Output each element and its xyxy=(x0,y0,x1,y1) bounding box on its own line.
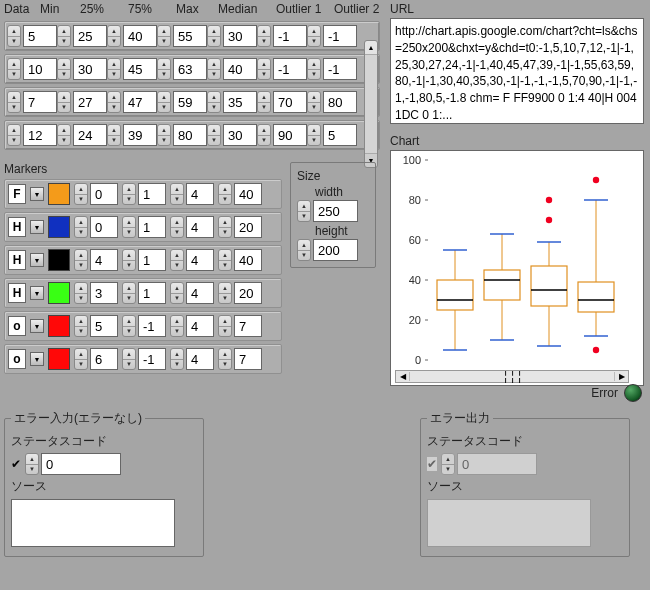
scroll-thumb[interactable]: ╎╎╎ xyxy=(410,370,614,384)
marker-dropdown-icon[interactable]: ▼ xyxy=(30,187,44,201)
height-spinner[interactable]: ▲▼ xyxy=(297,239,311,261)
spinner-buttons[interactable]: ▲▼ xyxy=(307,124,321,146)
err-in-src-textarea[interactable] xyxy=(11,499,175,547)
number-input[interactable]: -1 xyxy=(273,25,307,47)
number-input[interactable]: 30 xyxy=(223,124,257,146)
spinner-buttons[interactable]: ▲▼ xyxy=(170,282,184,304)
number-input[interactable]: 4 xyxy=(186,216,214,238)
data-scrollbar[interactable]: ▲ ▼ xyxy=(364,40,378,168)
number-input[interactable]: 27 xyxy=(73,91,107,113)
number-input[interactable]: 59 xyxy=(173,91,207,113)
spinner-buttons[interactable]: ▲▼ xyxy=(107,124,121,146)
number-input[interactable]: 6 xyxy=(90,348,118,370)
marker-dropdown-icon[interactable]: ▼ xyxy=(30,286,44,300)
spinner-buttons[interactable]: ▲▼ xyxy=(74,216,88,238)
spinner-buttons[interactable]: ▲▼ xyxy=(157,25,171,47)
height-input[interactable]: 200 xyxy=(313,239,358,261)
number-input[interactable]: 30 xyxy=(73,58,107,80)
spinner-buttons[interactable]: ▲▼ xyxy=(170,183,184,205)
number-input[interactable]: 4 xyxy=(186,249,214,271)
width-spinner[interactable]: ▲▼ xyxy=(297,200,311,222)
number-input[interactable]: 25 xyxy=(73,25,107,47)
spinner-buttons[interactable]: ▲▼ xyxy=(218,216,232,238)
spinner-buttons[interactable]: ▲▼ xyxy=(122,282,136,304)
number-input[interactable]: 30 xyxy=(223,25,257,47)
spinner-buttons[interactable]: ▲▼ xyxy=(307,25,321,47)
spinner-buttons[interactable]: ▲▼ xyxy=(207,25,221,47)
spinner-buttons[interactable]: ▲▼ xyxy=(7,58,21,80)
spinner-buttons[interactable]: ▲▼ xyxy=(218,249,232,271)
spinner-buttons[interactable]: ▲▼ xyxy=(157,58,171,80)
spinner-buttons[interactable]: ▲▼ xyxy=(257,91,271,113)
spinner-buttons[interactable]: ▲▼ xyxy=(257,58,271,80)
number-input[interactable]: 40 xyxy=(123,25,157,47)
spinner-buttons[interactable]: ▲▼ xyxy=(7,91,21,113)
spinner-buttons[interactable]: ▲▼ xyxy=(157,124,171,146)
spinner-buttons[interactable]: ▲▼ xyxy=(170,315,184,337)
number-input[interactable]: 7 xyxy=(234,348,262,370)
spinner-buttons[interactable]: ▲▼ xyxy=(257,25,271,47)
marker-type[interactable]: o xyxy=(8,316,26,336)
err-in-spinner[interactable]: ▲▼ xyxy=(25,453,39,475)
spinner-buttons[interactable]: ▲▼ xyxy=(307,58,321,80)
number-input[interactable]: 45 xyxy=(123,58,157,80)
number-input[interactable]: 5 xyxy=(90,315,118,337)
spinner-buttons[interactable]: ▲▼ xyxy=(218,315,232,337)
spinner-buttons[interactable]: ▲▼ xyxy=(218,183,232,205)
marker-type[interactable]: F xyxy=(8,184,26,204)
scroll-right-icon[interactable]: ▶ xyxy=(614,372,628,381)
number-input[interactable]: 7 xyxy=(234,315,262,337)
number-input[interactable]: 24 xyxy=(73,124,107,146)
marker-dropdown-icon[interactable]: ▼ xyxy=(30,253,44,267)
number-input[interactable]: 10 xyxy=(23,58,57,80)
number-input[interactable]: 7 xyxy=(23,91,57,113)
spinner-buttons[interactable]: ▲▼ xyxy=(307,91,321,113)
number-input[interactable]: 1 xyxy=(138,249,166,271)
number-input[interactable]: -1 xyxy=(323,25,357,47)
spinner-buttons[interactable]: ▲▼ xyxy=(57,91,71,113)
number-input[interactable]: 63 xyxy=(173,58,207,80)
number-input[interactable]: 1 xyxy=(138,183,166,205)
number-input[interactable]: 5 xyxy=(323,124,357,146)
spinner-buttons[interactable]: ▲▼ xyxy=(57,124,71,146)
err-in-check[interactable]: ✔ xyxy=(11,457,21,471)
number-input[interactable]: 5 xyxy=(23,25,57,47)
spinner-buttons[interactable]: ▲▼ xyxy=(122,249,136,271)
spinner-buttons[interactable]: ▲▼ xyxy=(74,348,88,370)
number-input[interactable]: 3 xyxy=(90,282,118,304)
number-input[interactable]: 55 xyxy=(173,25,207,47)
spinner-buttons[interactable]: ▲▼ xyxy=(107,91,121,113)
number-input[interactable]: 80 xyxy=(323,91,357,113)
number-input[interactable]: 4 xyxy=(90,249,118,271)
marker-type[interactable]: H xyxy=(8,250,26,270)
number-input[interactable]: 0 xyxy=(90,216,118,238)
number-input[interactable]: 80 xyxy=(173,124,207,146)
spinner-buttons[interactable]: ▲▼ xyxy=(74,183,88,205)
marker-color-swatch[interactable] xyxy=(48,216,70,238)
number-input[interactable]: 35 xyxy=(223,91,257,113)
spinner-buttons[interactable]: ▲▼ xyxy=(74,282,88,304)
number-input[interactable]: 40 xyxy=(223,58,257,80)
spinner-buttons[interactable]: ▲▼ xyxy=(218,282,232,304)
marker-color-swatch[interactable] xyxy=(48,348,70,370)
number-input[interactable]: 4 xyxy=(186,282,214,304)
chart-hscroll[interactable]: ◀ ╎╎╎ ▶ xyxy=(395,370,629,383)
number-input[interactable]: 20 xyxy=(234,216,262,238)
spinner-buttons[interactable]: ▲▼ xyxy=(122,315,136,337)
spinner-buttons[interactable]: ▲▼ xyxy=(207,58,221,80)
spinner-buttons[interactable]: ▲▼ xyxy=(74,249,88,271)
number-input[interactable]: -1 xyxy=(138,348,166,370)
spinner-buttons[interactable]: ▲▼ xyxy=(57,25,71,47)
spinner-buttons[interactable]: ▲▼ xyxy=(157,91,171,113)
number-input[interactable]: -1 xyxy=(138,315,166,337)
spinner-buttons[interactable]: ▲▼ xyxy=(7,124,21,146)
marker-color-swatch[interactable] xyxy=(48,183,70,205)
marker-dropdown-icon[interactable]: ▼ xyxy=(30,319,44,333)
marker-type[interactable]: H xyxy=(8,217,26,237)
spinner-buttons[interactable]: ▲▼ xyxy=(57,58,71,80)
spinner-buttons[interactable]: ▲▼ xyxy=(207,124,221,146)
marker-color-swatch[interactable] xyxy=(48,249,70,271)
spinner-buttons[interactable]: ▲▼ xyxy=(122,183,136,205)
number-input[interactable]: -1 xyxy=(323,58,357,80)
scroll-up-icon[interactable]: ▲ xyxy=(365,41,377,55)
